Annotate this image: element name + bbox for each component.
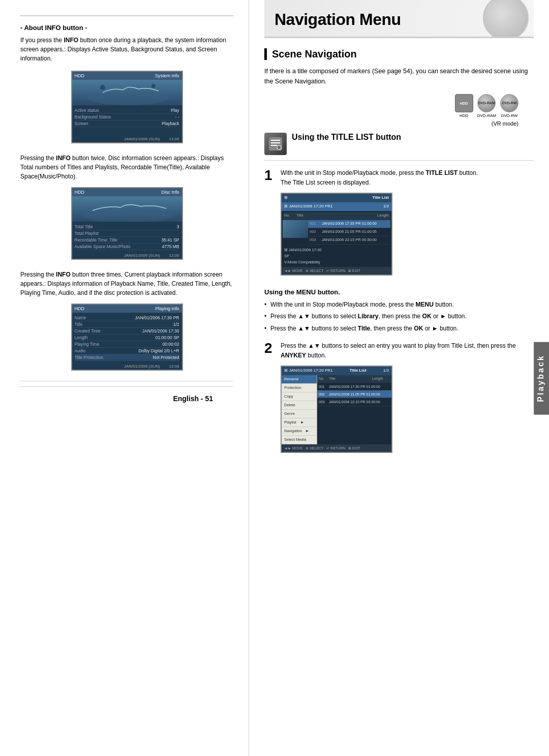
screen3-header: HDD Playing Info bbox=[72, 305, 182, 313]
tl-subheader-right: 1/3 bbox=[383, 203, 389, 210]
step1-text: With the unit in Stop mode/Playback mode… bbox=[281, 168, 534, 178]
library-bold: Library bbox=[358, 313, 379, 320]
dvdrw-icon: DVD-RW DVD-RW bbox=[500, 94, 518, 118]
title-list-subsection: Using the TITLE LIST button bbox=[264, 133, 534, 161]
screen2-header-left: HDD bbox=[75, 190, 85, 195]
ctx-row1: 001 JAN/01/2006 17:30 PR 01:00:00 bbox=[317, 383, 391, 390]
screen3-row-3: Created Time JAN/01/2006 17:30 bbox=[75, 328, 179, 335]
menu-btn-heading: Using the MENU button. bbox=[264, 288, 534, 296]
tl-info-date: ⊞ JAN/01/2006 17:30 bbox=[284, 247, 389, 253]
screen3-body: Name JAN/01/2006 17:30 PR Title 1/2 Crea… bbox=[72, 313, 182, 363]
screen2-body: Total Title 3 Total Playlist Recordable … bbox=[72, 222, 182, 252]
hdd-icon: HDD HDD bbox=[455, 94, 473, 118]
subsection-title: Using the TITLE LIST button bbox=[292, 133, 401, 142]
ctx-col-headers: No. Title Length bbox=[317, 375, 391, 383]
dvdrw-icon-img: DVD-RW bbox=[500, 94, 518, 112]
tl-info: ⊞ JAN/01/2006 17:30 SP V-Mode Compatibil… bbox=[282, 246, 391, 267]
tl-logo: ⊞ bbox=[284, 195, 288, 201]
bird-svg bbox=[72, 80, 182, 105]
tl-info-sp: SP bbox=[284, 253, 389, 259]
tl-info-vmode: V-Mode Compatibility bbox=[284, 259, 389, 265]
ok-bold2: OK bbox=[414, 325, 423, 332]
svg-rect-6 bbox=[271, 142, 280, 143]
ctx-genre: Genre bbox=[282, 410, 317, 418]
title-bold: Title bbox=[358, 325, 370, 332]
menu-bullet-3: Press the ▲▼ buttons to select Title, th… bbox=[264, 324, 534, 334]
ctx-select-media: Select Media bbox=[282, 436, 317, 444]
ok-bold1: OK bbox=[422, 313, 432, 320]
svg-rect-5 bbox=[271, 140, 280, 141]
step1-number: 1 bbox=[264, 168, 274, 281]
vr-mode-text: (VR mode) bbox=[264, 120, 534, 127]
screen1-header-right: System Info bbox=[155, 73, 179, 78]
title-list-screen1: ⊞ Title List ⊞ JAN/01/2006 17:20 PR1 1/3… bbox=[281, 193, 392, 276]
step1-content: With the unit in Stop mode/Playback mode… bbox=[281, 168, 534, 281]
screen3-row-1: Name JAN/01/2006 17:30 PR bbox=[75, 315, 179, 321]
subsection-text: Using the TITLE LIST button bbox=[292, 133, 401, 143]
tl-row2: 002 JAN/01/2006 21:05 PR 01:00:05 bbox=[308, 228, 390, 236]
ctx-footer: ◄► MOVE ⊕ SELECT ↵ RETURN ⊠ EXIT bbox=[282, 444, 391, 452]
menu-btn-bold: MENU bbox=[415, 301, 433, 308]
dvdram-icon: DVD-RAM DVD-RAM bbox=[477, 94, 496, 118]
screen1-row-2: Background Status - - bbox=[75, 114, 179, 120]
screen2-header-right: Disc Info bbox=[161, 190, 179, 195]
ctx-playlist: Playlist ► bbox=[282, 418, 317, 427]
tl-body1: No. Title Length 001 JAN/01/2006 17:35 P… bbox=[282, 211, 391, 246]
screen2-row-4: Available Space Music/Photo 4775 MB bbox=[75, 244, 179, 250]
footer-row: English - 51 bbox=[20, 386, 233, 410]
tl-header1: ⊞ Title List bbox=[282, 194, 391, 202]
screen2-row-1: Total Title 3 bbox=[75, 224, 179, 230]
nav-menu-header: Navigation Menu bbox=[264, 0, 534, 38]
ctx-footer-text: ◄► MOVE ⊕ SELECT ↵ RETURN ⊠ EXIT bbox=[284, 445, 360, 451]
para2-bold: INFO bbox=[56, 155, 71, 162]
anykey-bold: ANYKEY bbox=[281, 352, 306, 359]
menu-bullets: With the unit in Stop mode/Playback mode… bbox=[264, 300, 534, 334]
left-col-bottom-divider bbox=[20, 381, 233, 381]
ctx-copy: Copy bbox=[282, 392, 317, 401]
para2-text: Pressing the INFO button twice, Disc inf… bbox=[20, 154, 233, 181]
tl-header-title: Title List bbox=[372, 195, 389, 201]
screen3-row-6: Audio Dolby Digital 2/0 L+R bbox=[75, 348, 179, 354]
ctx-right: No. Title Length 001 JAN/01/2006 17:30 P… bbox=[317, 375, 391, 444]
step2: 2 Press the ▲▼ buttons to select an entr… bbox=[264, 341, 534, 458]
screen1-body: Active status Play Background Status - -… bbox=[72, 105, 182, 136]
ctx-body: Rename Protection Copy Delete Genre Play… bbox=[282, 375, 391, 444]
screen3-row-4: Length 01:00:00 SP bbox=[75, 335, 179, 341]
tl-col-headers: No. Title Length bbox=[283, 212, 390, 220]
menu-bullet-1: With the unit in Stop mode/Playback mode… bbox=[264, 300, 534, 310]
svg-rect-7 bbox=[271, 145, 277, 146]
ctx-navigation: Navigation ► bbox=[282, 427, 317, 436]
screen3-header-left: HDD bbox=[75, 306, 85, 311]
list-icon-svg bbox=[268, 136, 283, 152]
ctx-row2: 002 JAN/01/2006 21:05 PR 01:00:00 bbox=[317, 390, 391, 398]
tl-row-1-data: 001 JAN/01/2006 17:35 PR 01:00:00 002 JA… bbox=[308, 220, 390, 245]
para3-text: Pressing the INFO button three times, Cu… bbox=[20, 270, 233, 297]
title-list-icon bbox=[264, 133, 287, 155]
step1-bold: TITLE LIST bbox=[425, 169, 458, 176]
ctx-rename: Rename bbox=[282, 375, 317, 384]
screen1-timestamp: JAN/01/2006 (SUN) 12:00 bbox=[72, 136, 182, 142]
screen3-row-2: Title 1/2 bbox=[75, 321, 179, 328]
ctx-menu: Rename Protection Copy Delete Genre Play… bbox=[282, 375, 317, 444]
page-footer: English - 51 bbox=[173, 395, 213, 403]
hdd-label: HDD bbox=[460, 113, 468, 118]
col-title: Title bbox=[329, 376, 372, 381]
screen3-row-5: Playing Time 00:00:02 bbox=[75, 341, 179, 348]
svg-point-2 bbox=[151, 84, 156, 88]
section-title: Scene Navigation bbox=[264, 48, 534, 60]
screen2: HDD Disc Info Total Title 3 Total Playli… bbox=[71, 187, 183, 260]
disc-decoration bbox=[483, 0, 529, 38]
bird-svg2 bbox=[72, 196, 182, 222]
screen2-row-3: Recordable Time: Title 35:41 SP bbox=[75, 237, 179, 244]
tl-footer-text: ◄► MOVE ⊕ SELECT ↵ RETURN ⊠ EXIT bbox=[284, 268, 360, 274]
tl-thumbnail1 bbox=[283, 220, 308, 238]
screen1: HDD System Info Active status Play Backg… bbox=[71, 71, 183, 143]
ctx-row3: 003 JAN/01/2006 22:15 PR 00:30:00 bbox=[317, 398, 391, 406]
screen2-timestamp: JAN/01/2006 (SUN) 12:00 bbox=[72, 252, 182, 259]
svg-point-3 bbox=[82, 208, 174, 222]
about-info-bold: INFO bbox=[64, 37, 78, 44]
screen1-bg-image bbox=[72, 80, 182, 105]
dvdrw-label: DVD-RW bbox=[501, 113, 518, 118]
tl-row-1-container: 001 JAN/01/2006 17:35 PR 01:00:00 002 JA… bbox=[283, 220, 390, 245]
playback-label: Playback bbox=[536, 354, 545, 402]
